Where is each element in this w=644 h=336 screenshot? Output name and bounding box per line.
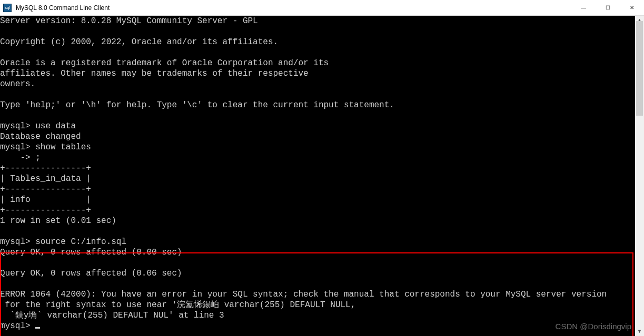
scroll-thumb[interactable] (636, 21, 643, 116)
close-button[interactable]: ✕ (620, 0, 644, 15)
scroll-down-arrow[interactable]: ▼ (635, 327, 644, 336)
mysql-app-icon: sql (3, 4, 12, 12)
terminal-container: Server version: 8.0.28 MySQL Community S… (0, 16, 644, 336)
minimize-button[interactable]: — (571, 0, 596, 15)
terminal-output[interactable]: Server version: 8.0.28 MySQL Community S… (0, 16, 635, 336)
scrollbar[interactable]: ▲ ▼ (635, 16, 644, 336)
titlebar[interactable]: sql MySQL 8.0 Command Line Client — ☐ ✕ (0, 0, 644, 16)
cursor (35, 327, 40, 329)
maximize-button[interactable]: ☐ (596, 0, 620, 15)
window-title: MySQL 8.0 Command Line Client (16, 4, 571, 12)
window-controls: — ☐ ✕ (571, 0, 644, 15)
